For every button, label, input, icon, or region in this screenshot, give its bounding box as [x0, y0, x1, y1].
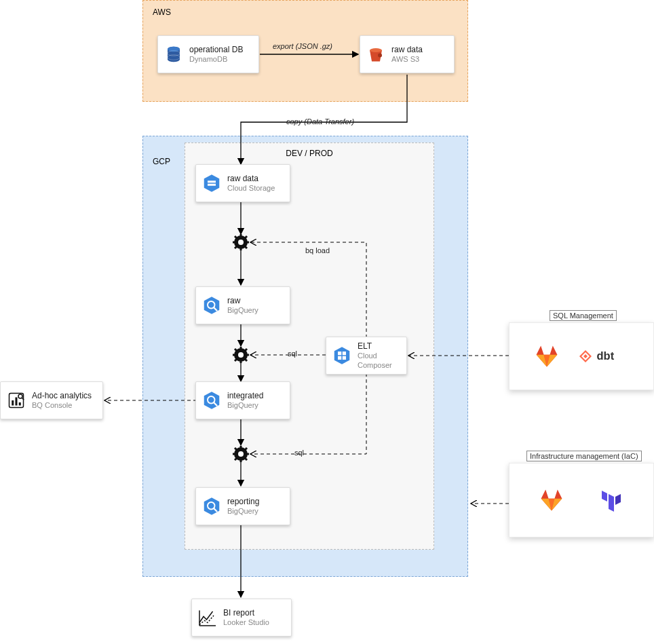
svg-marker-48 [204, 174, 220, 192]
svg-marker-54 [334, 347, 350, 364]
svg-rect-68 [19, 402, 21, 406]
region-gcp-label: GCP [153, 157, 170, 166]
svg-text:dbt: dbt [597, 349, 615, 362]
node-looker-sub: Looker Studio [223, 618, 269, 628]
iac-caption: Infrastructure management (IaC) [526, 451, 642, 461]
node-composer-title: ELT [358, 341, 401, 352]
svg-rect-56 [343, 352, 346, 355]
toolbox-iac [509, 463, 654, 537]
toolbox-sqlmgmt: dbt [509, 322, 654, 390]
node-dynamodb: operational DB DynamoDB [157, 35, 259, 73]
dynamodb-icon [164, 44, 184, 64]
svg-marker-74 [602, 491, 607, 501]
looker-icon [197, 607, 218, 628]
gitlab-icon [526, 336, 567, 377]
node-bq-raw-title: raw [227, 296, 258, 306]
svg-rect-50 [208, 184, 216, 186]
node-looker-title: BI report [223, 608, 269, 618]
cloud-composer-icon [332, 345, 352, 366]
node-bq-integrated: integrated BigQuery [195, 381, 290, 419]
edge-sql1-label: sql [286, 349, 299, 358]
svg-point-46 [370, 48, 382, 52]
node-bq-rep-title: reporting [227, 497, 259, 507]
node-bq-int-title: integrated [227, 391, 263, 401]
node-bq-rep-sub: BigQuery [227, 507, 259, 516]
node-bq-raw: raw BigQuery [195, 286, 290, 324]
node-dynamodb-title: operational DB [189, 45, 243, 55]
edge-export-label: export (JSON .gz) [271, 42, 334, 50]
cloud-storage-icon [201, 173, 222, 193]
svg-marker-51 [204, 297, 220, 314]
node-s3: raw data AWS S3 [360, 35, 455, 73]
svg-rect-66 [12, 400, 14, 406]
bigquery-icon [201, 390, 222, 411]
svg-rect-67 [16, 398, 18, 406]
edge-copy-label: copy (Data Transfer) [285, 117, 355, 126]
svg-marker-76 [615, 494, 621, 505]
node-s3-sub: AWS S3 [391, 55, 423, 64]
node-bq-raw-sub: BigQuery [227, 306, 258, 316]
svg-marker-59 [204, 392, 220, 409]
bigquery-icon [201, 496, 222, 516]
node-looker: BI report Looker Studio [191, 599, 292, 637]
node-adhoc-title: Ad-hoc analytics [32, 391, 92, 401]
svg-rect-55 [338, 352, 341, 355]
svg-marker-62 [204, 497, 220, 515]
edge-bqload-label: bq load [304, 246, 331, 254]
node-composer: ELT Cloud Composer [326, 337, 407, 375]
node-gcs: raw data Cloud Storage [195, 164, 290, 202]
terraform-icon [591, 480, 632, 520]
gitlab-icon [531, 480, 572, 520]
node-adhoc: Ad-hoc analytics BQ Console [0, 381, 103, 419]
svg-point-47 [378, 54, 382, 58]
node-gcs-sub: Cloud Storage [227, 184, 275, 193]
svg-rect-57 [338, 356, 341, 360]
bigquery-icon [201, 295, 222, 316]
svg-rect-49 [208, 181, 216, 183]
region-devprod-label: DEV / PROD [185, 149, 434, 158]
node-dynamodb-sub: DynamoDB [189, 55, 243, 64]
svg-rect-58 [343, 356, 346, 360]
node-composer-sub: Cloud Composer [358, 352, 401, 371]
dbt-icon: dbt [575, 336, 636, 377]
svg-point-69 [18, 394, 22, 398]
node-bq-int-sub: BigQuery [227, 401, 263, 411]
edge-sql2-label: sql [293, 449, 305, 457]
node-gcs-title: raw data [227, 174, 275, 184]
s3-icon [366, 44, 386, 64]
node-s3-title: raw data [391, 45, 423, 55]
bq-console-icon [6, 390, 26, 411]
node-adhoc-sub: BQ Console [32, 401, 92, 411]
node-bq-reporting: reporting BigQuery [195, 487, 290, 525]
sqlmgmt-caption: SQL Management [550, 310, 617, 321]
region-aws-label: AWS [153, 7, 171, 17]
